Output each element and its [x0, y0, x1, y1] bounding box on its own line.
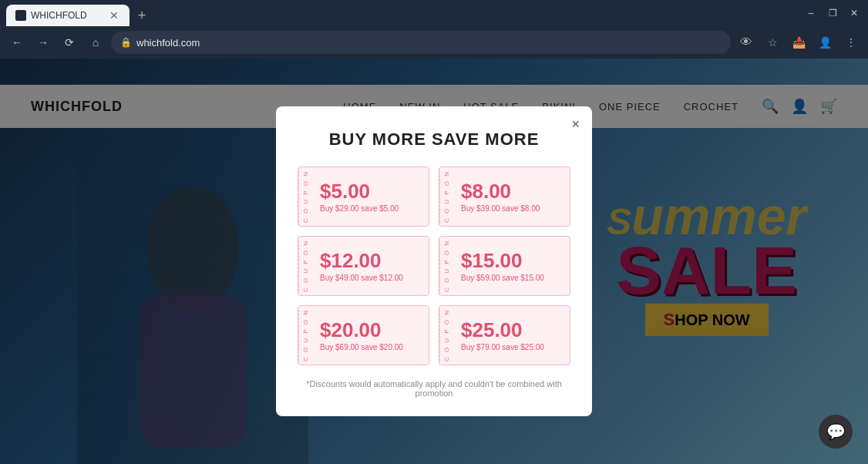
- coupon-side-5: C O U P O N: [298, 306, 312, 365]
- coupon-amount-5: $20.00: [320, 319, 421, 341]
- nav-bar: ← → ⟳ ⌂ 🔒 whichfold.com 👁 ☆ 📥 👤 ⋮: [0, 26, 868, 59]
- minimize-button[interactable]: –: [800, 2, 822, 24]
- tab-bar: WHICHFOLD ✕ +: [0, 0, 868, 26]
- coupon-desc-2: Buy $39.00 save $8.00: [461, 204, 562, 213]
- modal-overlay[interactable]: × BUY MORE SAVE MORE C O U P O N $5.00 B…: [0, 59, 868, 464]
- coupon-desc-4: Buy $59.00 save $15.00: [461, 274, 562, 282]
- close-button[interactable]: ✕: [843, 2, 865, 24]
- tab-favicon: [15, 10, 26, 21]
- chat-button[interactable]: 💬: [819, 415, 853, 449]
- coupon-body-2: $8.00 Buy $39.00 save $8.00: [453, 167, 570, 226]
- coupon-amount-2: $8.00: [461, 180, 562, 203]
- coupon-body-6: $25.00 Buy $79.00 save $25.00: [453, 306, 570, 365]
- tab-title: WHICHFOLD: [31, 10, 103, 21]
- coupon-card-2: C O U P O N $8.00 Buy $39.00 save $8.00: [439, 166, 570, 227]
- coupon-amount-1: $5.00: [320, 180, 421, 203]
- forward-button[interactable]: →: [32, 32, 54, 53]
- modal-disclaimer: *Discounts would automatically apply and…: [298, 379, 570, 398]
- coupon-card-6: C O U P O N $25.00 Buy $79.00 save $25.0…: [439, 305, 570, 365]
- coupon-card-1: C O U P O N $5.00 Buy $29.00 save $5.00: [298, 166, 429, 227]
- coupon-amount-3: $12.00: [320, 250, 421, 272]
- reload-button[interactable]: ⟳: [59, 32, 80, 53]
- downloads-icon[interactable]: 📥: [788, 32, 809, 53]
- lock-icon: 🔒: [120, 37, 132, 48]
- coupon-body-4: $15.00 Buy $59.00 save $15.00: [453, 237, 570, 295]
- coupon-grid: C O U P O N $5.00 Buy $29.00 save $5.00 …: [298, 166, 570, 365]
- window-controls: – ❐ ✕: [797, 0, 868, 26]
- coupon-side-6: C O U P O N: [439, 306, 453, 365]
- coupon-side-3: C O U P O N: [298, 237, 312, 295]
- star-icon[interactable]: ☆: [762, 32, 783, 53]
- modal-close-button[interactable]: ×: [571, 117, 580, 131]
- coupon-side-1: C O U P O N: [298, 167, 312, 226]
- coupon-desc-3: Buy $49.00 save $12.00: [320, 274, 421, 282]
- coupon-body-1: $5.00 Buy $29.00 save $5.00: [312, 167, 429, 226]
- restore-button[interactable]: ❐: [822, 2, 843, 24]
- profile-icon[interactable]: 👤: [814, 32, 836, 53]
- coupon-amount-4: $15.00: [461, 250, 562, 272]
- browser-tab[interactable]: WHICHFOLD ✕: [6, 5, 130, 26]
- coupon-card-4: C O U P O N $15.00 Buy $59.00 save $15.0…: [439, 236, 570, 296]
- address-bar[interactable]: 🔒 whichfold.com: [111, 31, 731, 54]
- new-tab-button[interactable]: +: [133, 6, 151, 25]
- home-button[interactable]: ⌂: [85, 32, 106, 53]
- browser-chrome: WHICHFOLD ✕ + – ❐ ✕ ← → ⟳ ⌂ 🔒 whichfold.…: [0, 0, 868, 59]
- more-icon[interactable]: ⋮: [840, 32, 862, 53]
- coupon-side-4: C O U P O N: [439, 237, 453, 295]
- back-button[interactable]: ←: [6, 32, 28, 53]
- coupon-body-3: $12.00 Buy $49.00 save $12.00: [312, 237, 429, 295]
- coupon-desc-5: Buy $69.00 save $20.00: [320, 343, 421, 351]
- eye-off-icon[interactable]: 👁: [735, 32, 757, 53]
- coupon-card-5: C O U P O N $20.00 Buy $69.00 save $20.0…: [298, 305, 429, 365]
- modal-title: BUY MORE SAVE MORE: [298, 129, 570, 150]
- coupon-amount-6: $25.00: [461, 319, 562, 341]
- coupon-modal: × BUY MORE SAVE MORE C O U P O N $5.00 B…: [276, 106, 592, 416]
- tab-close-btn[interactable]: ✕: [108, 9, 120, 22]
- coupon-desc-1: Buy $29.00 save $5.00: [320, 204, 421, 213]
- coupon-desc-6: Buy $79.00 save $25.00: [461, 343, 562, 351]
- coupon-side-2: C O U P O N: [439, 167, 453, 226]
- coupon-body-5: $20.00 Buy $69.00 save $20.00: [312, 306, 429, 365]
- coupon-card-3: C O U P O N $12.00 Buy $49.00 save $12.0…: [298, 236, 429, 296]
- website: First Order Get 10% Off Code：NEW10 WHICH…: [0, 59, 868, 464]
- url-text: whichfold.com: [136, 37, 722, 49]
